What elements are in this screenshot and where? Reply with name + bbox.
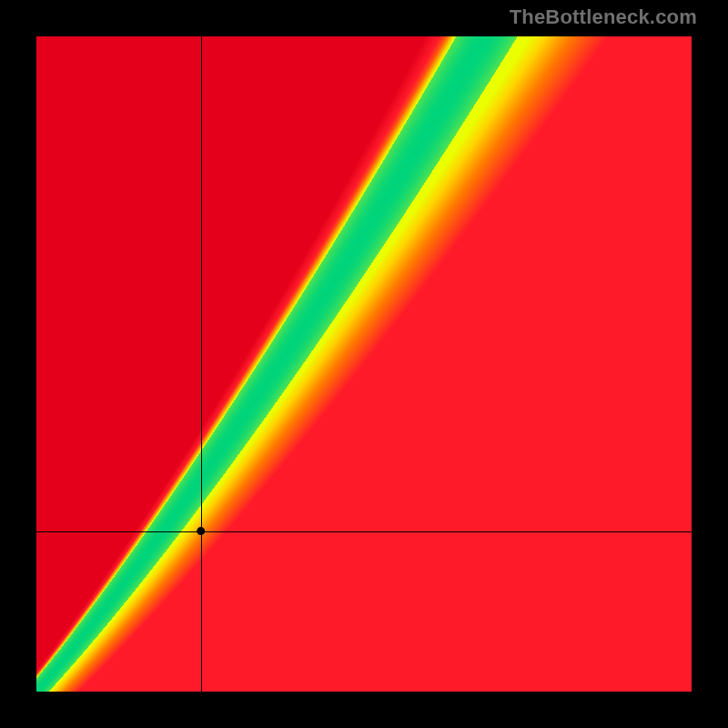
chart-frame: TheBottleneck.com [0, 0, 728, 728]
overlay-canvas [36, 36, 692, 692]
watermark-text: TheBottleneck.com [510, 5, 697, 29]
